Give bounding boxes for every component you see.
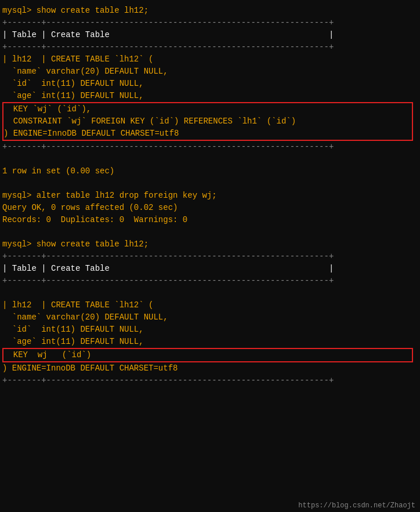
table2-row-create: | lh12 | CREATE TABLE `lh12` ( <box>2 299 418 311</box>
key-line: KEY `wj` (`id`), <box>3 103 412 115</box>
table2-row-id: `id` int(11) DEFAULT NULL, <box>2 324 418 336</box>
foreign-key-highlight: KEY `wj` (`id`), CONSTRAINT `wj` FOREIGN… <box>2 102 413 141</box>
table-row-create: | lh12 | CREATE TABLE `lh12` ( <box>2 53 418 66</box>
cmd3-line: mysql> show create table lh12; <box>2 238 418 250</box>
cmd2-line: mysql> alter table lh12 drop foreign key… <box>2 190 418 202</box>
watermark: https://blog.csdn.net/Zhaojt <box>298 502 415 510</box>
sep1c: +-------+-------------------------------… <box>2 141 418 153</box>
key-line2: KEY wj (`id`) <box>3 349 412 361</box>
table-row-age: `age` int(11) DEFAULT NULL, <box>2 90 418 102</box>
table2-row-name: `name` varchar(20) DEFAULT NULL, <box>2 311 418 324</box>
table-row-id: `id` int(11) DEFAULT NULL, <box>2 78 418 90</box>
sep2a: +-------+-------------------------------… <box>2 250 418 263</box>
sep2c: +-------+-------------------------------… <box>2 375 418 387</box>
blank1 <box>2 153 418 165</box>
key-only-highlight: KEY wj (`id`) <box>2 348 413 362</box>
table-header2: | Table | Create Table | <box>2 263 418 275</box>
row-count: 1 row in set (0.00 sec) <box>2 165 418 177</box>
constraint-line: CONSTRAINT `wj` FOREIGN KEY (`id`) REFER… <box>3 115 412 128</box>
table2-row-age: `age` int(11) DEFAULT NULL, <box>2 336 418 348</box>
engine-line2: ) ENGINE=InnoDB DEFAULT CHARSET=utf8 <box>2 362 418 375</box>
cmd1-line: mysql> show create table lh12; <box>2 5 418 17</box>
records-line: Records: 0 Duplicates: 0 Warnings: 0 <box>2 214 418 226</box>
sep1a: +-------+-------------------------------… <box>2 17 418 29</box>
table-header1: | Table | Create Table | <box>2 29 418 41</box>
sep1b: +-------+-------------------------------… <box>2 41 418 53</box>
sep2b: +-------+-------------------------------… <box>2 275 418 287</box>
blank2 <box>2 177 418 190</box>
table-row-name: `name` varchar(20) DEFAULT NULL, <box>2 66 418 78</box>
engine-line1: ) ENGINE=InnoDB DEFAULT CHARSET=utf8 <box>3 128 412 140</box>
blank4 <box>2 287 418 299</box>
blank3 <box>2 226 418 238</box>
query-ok: Query OK, 0 rows affected (0.02 sec) <box>2 202 418 214</box>
terminal: mysql> show create table lh12; +-------+… <box>0 0 420 391</box>
